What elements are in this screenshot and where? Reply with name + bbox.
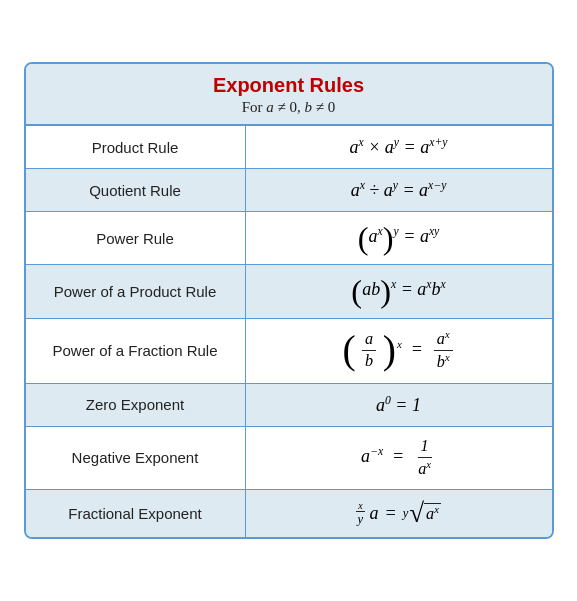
table-row: Product Rule ax × ay = ax+y: [26, 126, 552, 169]
table-title: Exponent Rules: [34, 74, 544, 97]
rule-formula-zero: a0 = 1: [246, 384, 552, 426]
rule-name-zero: Zero Exponent: [26, 384, 246, 426]
rule-name-product: Product Rule: [26, 126, 246, 168]
rule-formula-quotient: ax ÷ ay = ax−y: [246, 169, 552, 211]
subtitle-text: For a ≠ 0, b ≠ 0: [242, 99, 336, 115]
table-header: Exponent Rules For a ≠ 0, b ≠ 0: [26, 64, 552, 126]
rule-formula-power: (ax)y = axy: [246, 212, 552, 264]
rule-name-power-fraction: Power of a Fraction Rule: [26, 319, 246, 383]
table-row: Power of a Fraction Rule ( a b )x = ax b…: [26, 319, 552, 384]
table-row: Negative Exponent a−x = 1 ax: [26, 427, 552, 490]
rule-name-negative: Negative Exponent: [26, 427, 246, 489]
table-row: Quotient Rule ax ÷ ay = ax−y: [26, 169, 552, 212]
table-row: Fractional Exponent x y a = y √ ax: [26, 490, 552, 537]
rule-formula-power-fraction: ( a b )x = ax bx: [246, 319, 552, 383]
rule-formula-fractional: x y a = y √ ax: [246, 490, 552, 537]
rule-name-quotient: Quotient Rule: [26, 169, 246, 211]
exponent-rules-table: Exponent Rules For a ≠ 0, b ≠ 0 Product …: [24, 62, 554, 539]
table-row: Power Rule (ax)y = axy: [26, 212, 552, 265]
rule-formula-product: ax × ay = ax+y: [246, 126, 552, 168]
table-row: Zero Exponent a0 = 1: [26, 384, 552, 427]
rule-name-power-product: Power of a Product Rule: [26, 265, 246, 317]
rule-formula-negative: a−x = 1 ax: [246, 427, 552, 489]
rule-name-power: Power Rule: [26, 212, 246, 264]
table-row: Power of a Product Rule (ab)x = axbx: [26, 265, 552, 318]
rule-name-fractional: Fractional Exponent: [26, 490, 246, 537]
table-subtitle: For a ≠ 0, b ≠ 0: [34, 99, 544, 116]
rule-formula-power-product: (ab)x = axbx: [246, 265, 552, 317]
